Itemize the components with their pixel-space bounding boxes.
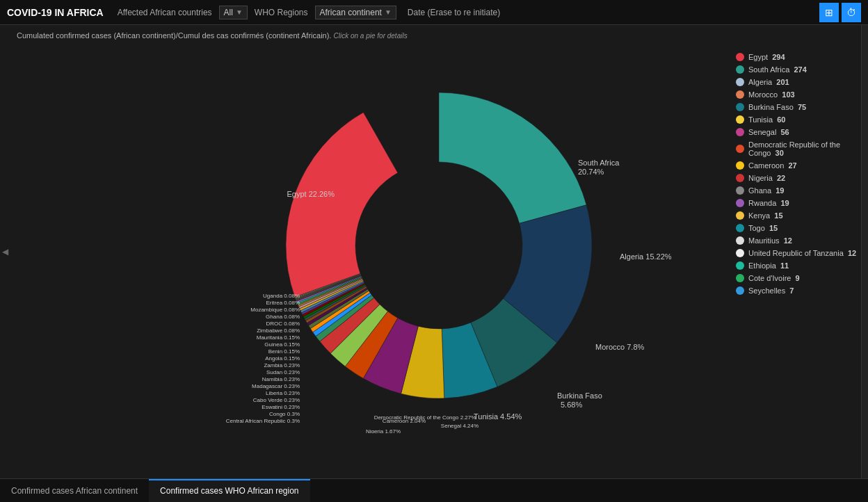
legend-label: South Africa 274	[748, 65, 807, 74]
donut-svg: South Africa 20.74% Algeria 15.22% Moroc…	[175, 44, 703, 433]
svg-text:Nigeria 1.67%: Nigeria 1.67%	[366, 428, 401, 433]
legend-color	[736, 224, 744, 232]
affected-label: Affected African countries	[118, 8, 212, 17]
svg-text:Mauritania 0.15%: Mauritania 0.15%	[257, 334, 300, 341]
legend-item: Burkina Faso 75	[736, 103, 861, 111]
legend-item: Seychelles 7	[736, 286, 861, 295]
algeria-label: Algeria 15.22%	[620, 252, 672, 261]
legend-color	[736, 249, 744, 257]
legend-item: Ghana 19	[736, 186, 861, 195]
svg-text:Liberia 0.23%: Liberia 0.23%	[266, 390, 300, 396]
svg-text:Namibia 0.23%: Namibia 0.23%	[262, 376, 300, 382]
svg-text:Zambia 0.23%: Zambia 0.23%	[264, 362, 300, 369]
legend-color	[736, 115, 744, 124]
tab-who-african-region[interactable]: Confirmed cases WHO African region	[149, 479, 310, 502]
legend-label: Burkina Faso 75	[748, 103, 806, 111]
affected-value: All	[224, 8, 233, 17]
legend-color	[736, 90, 744, 99]
legend-item: Morocco 103	[736, 90, 861, 99]
sa-pct: 20.74%	[578, 168, 604, 176]
legend-label: Senegal 56	[748, 128, 789, 136]
legend-label: Nigeria 22	[748, 174, 785, 182]
svg-text:Sudan 0.23%: Sudan 0.23%	[266, 369, 300, 375]
legend-color	[736, 53, 744, 61]
date-label: Date (Erase to re initiate)	[408, 8, 500, 17]
svg-text:Benin 0.15%: Benin 0.15%	[268, 348, 300, 355]
legend-item: Democratic Republic of the Congo 30	[736, 140, 861, 157]
tunisia-label: Tunisia 4.54%	[474, 412, 522, 421]
app-header: COVID-19 IN AFRICA Affected African coun…	[0, 0, 868, 25]
legend-item: Mauritius 12	[736, 236, 861, 245]
legend-color	[736, 274, 744, 282]
svg-text:Guinea 0.15%: Guinea 0.15%	[264, 341, 300, 348]
legend-label: Algeria 201	[748, 78, 789, 86]
svg-text:Zimbabwe 0.08%: Zimbabwe 0.08%	[257, 327, 300, 334]
legend-color	[736, 261, 744, 270]
legend-label: United Republic of Tanzania 12	[748, 249, 856, 257]
legend-label: Ghana 19	[748, 186, 784, 195]
legend-label: Togo 15	[748, 224, 778, 232]
who-dropdown[interactable]: African continent ▼	[315, 6, 396, 19]
chart-legend: Egypt 294 South Africa 274 Algeria 201 M…	[729, 53, 868, 299]
legend-color	[736, 65, 744, 74]
legend-label: Tunisia 60	[748, 115, 785, 124]
chart-subtitle: Cumulated confirmed cases (African conti…	[17, 31, 861, 41]
morocco-label: Morocco 7.8%	[595, 343, 645, 351]
svg-text:Uganda 0.08%: Uganda 0.08%	[263, 293, 300, 299]
legend-color	[736, 186, 744, 195]
svg-text:Eritrea 0.08%: Eritrea 0.08%	[266, 300, 300, 306]
svg-text:Senegal 4.24%: Senegal 4.24%	[441, 423, 479, 429]
who-label: WHO Regions	[255, 8, 308, 17]
svg-text:Central African Republic 0.3%: Central African Republic 0.3%	[226, 418, 300, 424]
legend-item: Ethiopia 11	[736, 261, 861, 270]
legend-item: Senegal 56	[736, 128, 861, 136]
who-value: African continent	[320, 8, 382, 17]
legend-label: Cameroon 27	[748, 161, 797, 170]
legend-color	[736, 103, 744, 111]
collapse-arrow[interactable]: ◀	[0, 25, 10, 478]
donut-chart[interactable]: South Africa 20.74% Algeria 15.22% Moroc…	[175, 44, 703, 447]
legend-item: Cote d'Ivoire 9	[736, 274, 861, 282]
svg-text:Congo 0.3%: Congo 0.3%	[269, 411, 300, 417]
legend-color	[736, 174, 744, 182]
legend-item: Tunisia 60	[736, 115, 861, 124]
legend-label: Egypt 294	[748, 53, 785, 61]
svg-text:Cabo Verde 0.23%: Cabo Verde 0.23%	[253, 397, 300, 403]
legend-item: Nigeria 22	[736, 174, 861, 182]
legend-item: Egypt 294	[736, 53, 861, 61]
legend-color	[736, 211, 744, 220]
legend-item: Rwanda 19	[736, 199, 861, 207]
legend-item: Algeria 201	[736, 78, 861, 86]
sa-label: South Africa	[578, 159, 620, 167]
legend-item: Togo 15	[736, 224, 861, 232]
svg-text:Angola 0.15%: Angola 0.15%	[265, 355, 300, 362]
svg-text:Ghana 0.08%: Ghana 0.08%	[266, 314, 300, 320]
legend-color	[736, 286, 744, 295]
clock-button[interactable]: ⏱	[842, 3, 861, 22]
legend-color	[736, 145, 744, 153]
calendar-button[interactable]: ⊞	[819, 3, 839, 22]
legend-label: Ethiopia 11	[748, 261, 789, 270]
legend-color	[736, 199, 744, 207]
svg-text:Mozambique 0.08%: Mozambique 0.08%	[250, 307, 300, 313]
burkina-label: Burkina Faso	[557, 391, 602, 400]
legend-item: Kenya 15	[736, 211, 861, 220]
legend-label: Cote d'Ivoire 9	[748, 274, 800, 282]
main-content: ◀ Cumulated confirmed cases (African con…	[0, 25, 868, 478]
legend-label: Rwanda 19	[748, 199, 789, 207]
legend-item: United Republic of Tanzania 12	[736, 249, 861, 257]
legend-color	[736, 128, 744, 136]
legend-label: Seychelles 7	[748, 286, 794, 295]
affected-dropdown[interactable]: All ▼	[219, 6, 248, 19]
legend-label: Kenya 15	[748, 211, 783, 220]
egypt-label: Egypt 22.26%	[287, 190, 335, 198]
legend-color	[736, 78, 744, 86]
legend-item: South Africa 274	[736, 65, 861, 74]
legend-item: Cameroon 27	[736, 161, 861, 170]
header-icons: ⊞ ⏱	[819, 3, 861, 22]
who-arrow-icon: ▼	[385, 8, 392, 16]
click-hint: Click on a pie for details	[333, 32, 407, 40]
tab-african-continent[interactable]: Confirmed cases African continent	[0, 479, 149, 502]
tab-bar: Confirmed cases African continent Confir…	[0, 478, 868, 502]
burkina-pct: 5.68%	[561, 400, 582, 409]
